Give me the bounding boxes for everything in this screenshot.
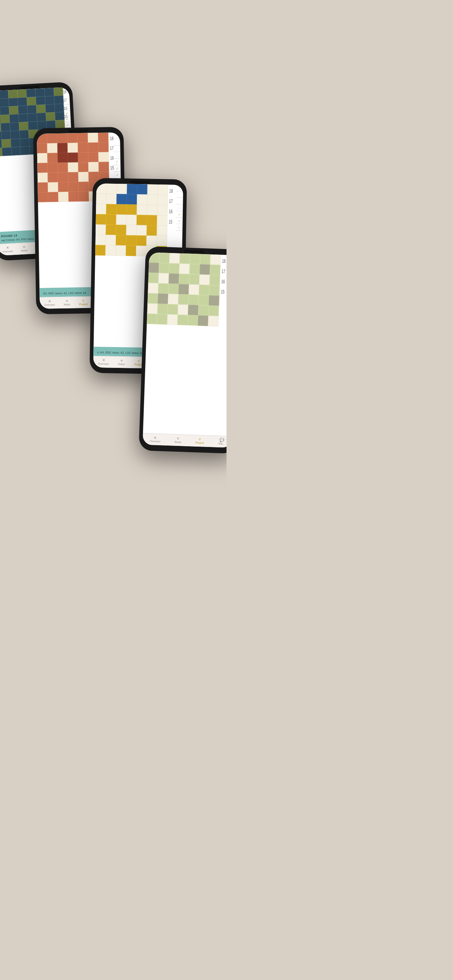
svg-rect-185 xyxy=(189,264,200,275)
svg-text:16: 16 xyxy=(110,155,114,161)
svg-rect-77 xyxy=(57,143,67,153)
svg-rect-216 xyxy=(147,313,157,324)
notes-label-2: Notes xyxy=(64,303,70,305)
svg-rect-95 xyxy=(99,162,109,172)
phone-4-grid: 18 17 16 15 xyxy=(145,252,226,380)
svg-rect-211 xyxy=(167,304,178,315)
phone-4-notch xyxy=(184,250,204,253)
svg-rect-133 xyxy=(147,195,157,205)
svg-rect-69 xyxy=(47,134,57,143)
svg-text:16: 16 xyxy=(221,278,225,285)
svg-rect-153 xyxy=(136,225,147,236)
svg-rect-184 xyxy=(179,264,190,274)
svg-rect-186 xyxy=(199,264,210,275)
svg-rect-51 xyxy=(20,138,29,147)
svg-rect-23 xyxy=(54,103,64,112)
svg-rect-15 xyxy=(54,95,64,104)
svg-rect-199 xyxy=(188,285,199,295)
tab-notes-2[interactable]: ≡ Notes xyxy=(64,299,70,305)
svg-rect-99 xyxy=(68,172,78,182)
svg-rect-121 xyxy=(96,183,107,194)
svg-rect-206 xyxy=(188,294,199,305)
svg-rect-141 xyxy=(157,205,167,215)
svg-rect-25 xyxy=(0,115,10,124)
svg-rect-181 xyxy=(148,262,159,273)
tab-overview-3[interactable]: ✕ Overview xyxy=(98,358,109,365)
svg-rect-84 xyxy=(57,153,68,162)
svg-rect-182 xyxy=(159,263,169,274)
svg-rect-90 xyxy=(48,162,57,172)
svg-rect-87 xyxy=(88,153,99,162)
svg-rect-188 xyxy=(148,273,159,283)
svg-rect-101 xyxy=(89,172,99,181)
svg-rect-27 xyxy=(19,114,28,123)
svg-rect-105 xyxy=(58,182,68,192)
tab-overview-4[interactable]: ✕ Overview xyxy=(150,435,161,442)
svg-rect-194 xyxy=(209,275,220,285)
notes-label-4: Notes xyxy=(175,441,182,444)
svg-rect-195 xyxy=(148,283,158,293)
svg-rect-3 xyxy=(17,89,27,98)
svg-rect-205 xyxy=(178,294,188,305)
tab-support-4[interactable]: 💬 Sup... xyxy=(218,438,225,445)
svg-rect-71 xyxy=(67,133,78,143)
svg-rect-215 xyxy=(208,305,219,316)
tab-project-4[interactable]: # Project xyxy=(196,437,204,444)
notes-label-3: Notes xyxy=(118,363,125,365)
svg-rect-106 xyxy=(68,182,78,192)
svg-rect-103 xyxy=(38,182,48,192)
svg-rect-1 xyxy=(0,90,8,99)
svg-rect-81 xyxy=(98,142,108,152)
svg-rect-187 xyxy=(210,265,220,275)
svg-text:18: 18 xyxy=(169,188,173,194)
svg-rect-6 xyxy=(45,88,54,97)
svg-rect-219 xyxy=(177,315,188,325)
svg-rect-159 xyxy=(126,235,136,246)
svg-rect-134 xyxy=(157,195,167,205)
svg-text:17: 17 xyxy=(169,198,172,204)
tab-project-2[interactable]: # Project xyxy=(79,299,88,305)
svg-rect-5 xyxy=(35,88,45,97)
svg-rect-43 xyxy=(19,130,29,139)
check-column-3: □ □ □ □ ✓ ✓ ✓ xyxy=(176,185,183,231)
svg-text:15: 15 xyxy=(221,289,225,294)
svg-rect-29 xyxy=(37,113,46,121)
phone-3-notch xyxy=(130,181,150,184)
svg-rect-152 xyxy=(126,225,136,235)
svg-rect-13 xyxy=(36,97,45,105)
svg-rect-107 xyxy=(78,181,89,191)
svg-rect-17 xyxy=(0,107,10,115)
svg-rect-93 xyxy=(78,162,88,172)
tab-notes-3[interactable]: ≡ Notes xyxy=(118,358,125,365)
svg-rect-4 xyxy=(26,89,36,97)
svg-rect-79 xyxy=(78,143,88,153)
tab-notes-4[interactable]: ≡ Notes xyxy=(175,436,182,444)
svg-rect-85 xyxy=(68,153,78,162)
svg-rect-166 xyxy=(126,245,136,256)
svg-rect-218 xyxy=(167,314,178,325)
svg-rect-212 xyxy=(178,304,188,315)
svg-rect-33 xyxy=(1,123,10,132)
tab-notes-1[interactable]: ≡ Notes xyxy=(21,245,28,252)
svg-rect-197 xyxy=(168,284,179,294)
svg-rect-31 xyxy=(55,112,65,121)
svg-rect-39 xyxy=(56,120,65,129)
svg-rect-140 xyxy=(147,205,157,215)
svg-rect-190 xyxy=(169,274,179,284)
svg-text:17: 17 xyxy=(222,268,225,274)
svg-rect-76 xyxy=(47,143,57,153)
svg-rect-7 xyxy=(54,88,63,96)
svg-rect-88 xyxy=(99,152,109,162)
svg-rect-97 xyxy=(48,172,58,182)
svg-rect-163 xyxy=(95,245,105,256)
tab-overview-2[interactable]: ✕ Overview xyxy=(44,299,55,306)
svg-rect-36 xyxy=(28,121,38,130)
svg-rect-207 xyxy=(198,295,209,305)
svg-rect-156 xyxy=(95,235,105,245)
svg-text:18: 18 xyxy=(222,258,226,264)
svg-rect-122 xyxy=(107,183,117,194)
svg-rect-220 xyxy=(187,315,198,326)
tab-overview-1[interactable]: ✕ Overview xyxy=(2,245,13,253)
svg-rect-183 xyxy=(169,263,179,274)
svg-rect-26 xyxy=(10,114,19,123)
